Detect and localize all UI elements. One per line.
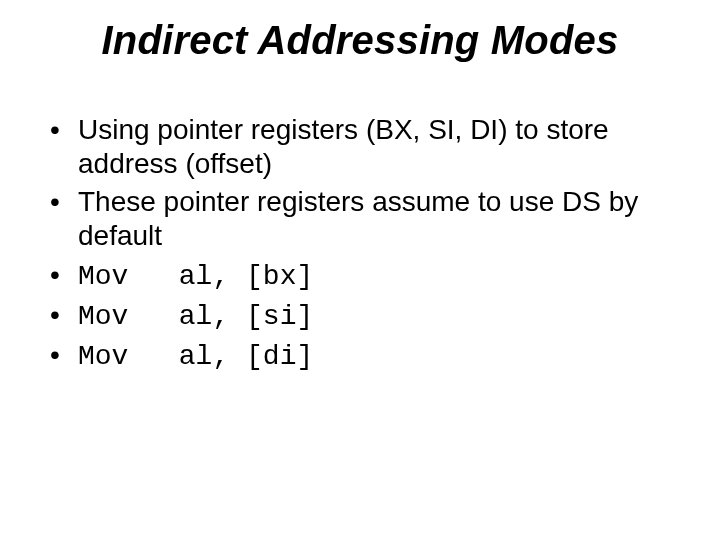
list-item: These pointer registers assume to use DS… [74,185,680,253]
list-item: Mov al, [bx] [74,258,680,294]
list-item: Using pointer registers (BX, SI, DI) to … [74,113,680,181]
code-line: Mov al, [bx] [78,261,313,292]
bullet-list: Using pointer registers (BX, SI, DI) to … [40,113,680,374]
slide: Indirect Addressing Modes Using pointer … [0,0,720,540]
list-item-text: Using pointer registers (BX, SI, DI) to … [78,114,609,179]
list-item: Mov al, [di] [74,338,680,374]
list-item: Mov al, [si] [74,298,680,334]
list-item-text: These pointer registers assume to use DS… [78,186,638,251]
code-line: Mov al, [di] [78,341,313,372]
slide-title: Indirect Addressing Modes [40,18,680,63]
code-line: Mov al, [si] [78,301,313,332]
